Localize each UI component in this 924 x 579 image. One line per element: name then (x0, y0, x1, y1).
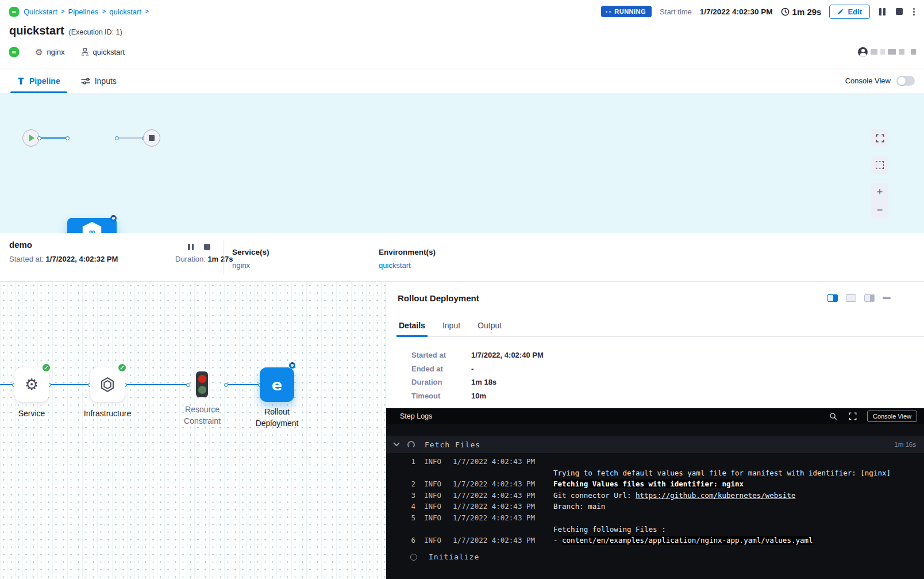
panel-layout-controls (827, 294, 891, 302)
stage-duration: Duration: 1m 27s (175, 255, 233, 263)
tab-pipeline[interactable]: Pipeline (15, 68, 63, 93)
module-tag: ∞ (9, 47, 19, 57)
step-tab-output[interactable]: Output (476, 320, 503, 336)
start-time-label: Start time (660, 7, 692, 16)
breadcrumb-separator: > (102, 7, 106, 16)
pipeline-icon (17, 76, 25, 85)
stage-started: Started at: 1/7/2022, 4:02:32 PM (9, 255, 118, 263)
environment-link[interactable]: quickstart (379, 261, 411, 270)
gear-icon: ⚙ (35, 48, 43, 56)
log-link[interactable]: https://github.com/kubernetes/website (636, 491, 795, 500)
detail-label: Ended at (411, 365, 471, 374)
layout-bottom-panel-icon[interactable] (846, 294, 856, 302)
service-link[interactable]: nginx (232, 261, 250, 270)
layout-right-panel-icon[interactable] (827, 294, 838, 302)
edge (226, 384, 260, 385)
log-section-name: Fetch Files (425, 440, 480, 449)
layout-split-panel-icon[interactable] (864, 294, 875, 302)
node-infrastructure-label: Infrastructure (76, 408, 139, 419)
tab-pipeline-label: Pipeline (29, 76, 60, 86)
log-search-button[interactable] (828, 411, 838, 421)
breadcrumb-separator: > (145, 7, 149, 16)
detail-label: Duration (411, 378, 471, 387)
edge (125, 384, 188, 385)
stage-stop-button[interactable] (203, 243, 211, 251)
log-expand-button[interactable] (848, 411, 858, 421)
stage-pipeline-canvas: ∞ demo + − (0, 93, 924, 233)
sitemap-icon (81, 48, 89, 56)
console-view-control: Console View (845, 76, 915, 86)
inputs-icon (81, 77, 90, 85)
fullscreen-icon (849, 412, 857, 420)
running-spinner-icon (289, 362, 295, 369)
redacted-text (899, 49, 904, 55)
log-console-view-button[interactable]: Console View (867, 411, 917, 422)
start-time-value: 1/7/2022 4:02:30 PM (700, 7, 773, 16)
detail-value: 1m 18s (471, 378, 496, 387)
pencil-icon (837, 8, 844, 15)
pipeline-end-node[interactable] (143, 129, 160, 147)
step-tab-input[interactable]: Input (441, 320, 461, 336)
environment-tag-label: quickstart (93, 48, 125, 56)
detail-row: Ended at- (411, 365, 544, 374)
log-section-duration: 1m 16s (894, 441, 916, 448)
avatar[interactable] (858, 47, 868, 57)
console-view-toggle[interactable] (896, 76, 915, 86)
step-tab-details[interactable]: Details (398, 320, 426, 336)
step-details-list: Started at1/7/2022, 4:02:40 PMEnded at-D… (411, 351, 544, 405)
port-dot (115, 136, 119, 140)
log-line: Fetching following Files : (386, 524, 924, 535)
log-section-initialize[interactable]: Initialize (386, 549, 924, 566)
zoom-in-button[interactable]: + (877, 187, 883, 197)
minimize-panel-icon[interactable] (883, 297, 891, 299)
tab-inputs-label: Inputs (95, 76, 117, 86)
log-message: Fetching following Files : (553, 524, 666, 535)
environment-tag[interactable]: quickstart (81, 48, 125, 56)
detail-value: 10m (471, 392, 486, 401)
breadcrumb-link[interactable]: Quickstart (24, 7, 57, 16)
step-detail-panel: Rollout Deployment DetailsInputOutput St… (386, 282, 924, 579)
detail-value: - (471, 365, 473, 374)
detail-label: Timeout (411, 392, 471, 401)
log-line: 3INFO1/7/2022 4:02:43 PMGit connector Ur… (386, 490, 924, 501)
tab-inputs[interactable]: Inputs (79, 68, 119, 93)
stop-execution-button[interactable] (895, 7, 904, 16)
edge-demo-end (117, 137, 144, 139)
services-column: Service(s) nginx (232, 248, 270, 270)
canvas-fullscreen-button[interactable] (871, 129, 888, 147)
step-panel-tabs: DetailsInputOutput (398, 320, 924, 337)
zoom-out-button[interactable]: − (877, 205, 883, 215)
breadcrumb-link[interactable]: Pipelines (68, 7, 99, 16)
redacted-text (911, 49, 916, 55)
clock-icon (781, 7, 790, 16)
page: ∞ Quickstart>Pipelines>quickstart> RUNNI… (0, 0, 924, 579)
stage-duration-value: 1m 27s (207, 255, 233, 263)
service-tag[interactable]: ⚙ nginx (35, 48, 65, 56)
step-logs-title: Step Logs (400, 412, 432, 420)
port-dot (66, 136, 70, 140)
node-service[interactable]: ⚙ (14, 367, 49, 402)
step-logs-tools: Console View (828, 411, 917, 422)
edge-start-demo (39, 137, 68, 139)
title-row: quickstart (Execution ID: 1) (9, 24, 122, 37)
stage-pause-button[interactable] (187, 243, 195, 251)
edit-button[interactable]: Edit (829, 5, 870, 19)
log-section-fetch-files[interactable]: Fetch Files 1m 16s (386, 436, 924, 453)
node-infrastructure[interactable] (90, 367, 125, 402)
harness-logo-icon: ∞ (9, 7, 19, 17)
more-options-button[interactable] (912, 7, 916, 17)
node-resource-constraint[interactable] (196, 371, 208, 397)
breadcrumb-link[interactable]: quickstart (109, 7, 141, 16)
redacted-text (888, 49, 896, 55)
detail-row: Duration1m 18s (411, 378, 544, 387)
breadcrumb: Quickstart>Pipelines>quickstart> (24, 7, 149, 16)
node-rollout-deployment[interactable]: e (260, 367, 294, 402)
page-title: quickstart (9, 24, 64, 37)
pause-execution-button[interactable] (878, 7, 887, 17)
canvas-select-button[interactable] (871, 156, 888, 174)
stage-summary-name: demo (9, 240, 32, 250)
step-logs-header: Step Logs Console View (386, 408, 924, 424)
play-icon (29, 135, 34, 141)
log-line: Trying to fetch default values yaml file… (386, 467, 924, 479)
loading-dots-icon (606, 11, 611, 13)
